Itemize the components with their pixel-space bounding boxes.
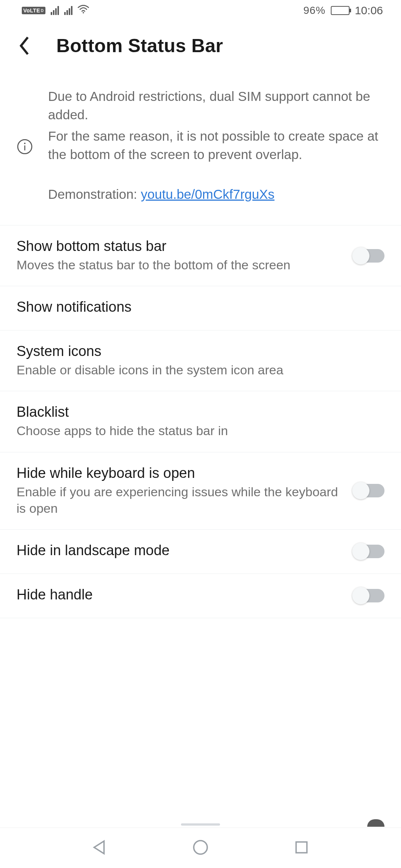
toggle-hide-keyboard[interactable] xyxy=(353,484,384,497)
page-title: Bottom Status Bar xyxy=(56,35,223,57)
nav-home-button[interactable] xyxy=(191,838,210,858)
circle-home-icon xyxy=(191,838,210,856)
header: Bottom Status Bar xyxy=(0,21,401,80)
battery-icon xyxy=(331,6,350,15)
battery-percent: 96% xyxy=(303,5,326,17)
setting-title: System icons xyxy=(17,343,384,359)
setting-subtitle: Enable or disable icons in the system ic… xyxy=(17,362,384,378)
toggle-hide-handle[interactable] xyxy=(353,589,384,602)
info-text: Due to Android restrictions, dual SIM su… xyxy=(48,87,384,206)
setting-blacklist[interactable]: Blacklist Choose apps to hide the status… xyxy=(0,391,401,452)
volte-icon: VoLTED xyxy=(22,7,45,14)
svg-point-0 xyxy=(83,12,84,14)
setting-title: Show bottom status bar xyxy=(17,238,345,254)
system-status-bar: VoLTED 96% 10:06 xyxy=(0,0,401,21)
cell-signal-1-icon xyxy=(51,6,59,15)
setting-show-notifications[interactable]: Show notifications xyxy=(0,286,401,330)
system-nav-bar xyxy=(0,827,401,868)
setting-subtitle: Choose apps to hide the status bar in xyxy=(17,422,384,439)
divider xyxy=(0,618,401,618)
setting-subtitle: Enable if you are experiencing issues wh… xyxy=(17,484,345,517)
status-right-cluster: 96% 10:06 xyxy=(303,4,383,17)
info-line-1: Due to Android restrictions, dual SIM su… xyxy=(48,87,384,124)
setting-title: Blacklist xyxy=(17,404,384,420)
info-line-2: For the same reason, it is not possible … xyxy=(48,127,384,164)
setting-subtitle: Moves the status bar to the bottom of th… xyxy=(17,257,345,273)
clock: 10:06 xyxy=(355,4,383,17)
demo-link[interactable]: youtu.be/0mCkf7rguXs xyxy=(141,187,274,201)
setting-hide-while-keyboard-open[interactable]: Hide while keyboard is open Enable if yo… xyxy=(0,452,401,529)
svg-rect-6 xyxy=(296,842,307,853)
setting-hide-landscape[interactable]: Hide in landscape mode xyxy=(0,530,401,574)
setting-system-icons[interactable]: System icons Enable or disable icons in … xyxy=(0,330,401,391)
setting-title: Hide handle xyxy=(17,587,345,603)
setting-title: Hide in landscape mode xyxy=(17,542,345,559)
info-icon xyxy=(17,138,33,155)
status-left-cluster: VoLTED xyxy=(22,5,89,17)
nav-recents-button[interactable] xyxy=(292,838,311,858)
nav-back-button[interactable] xyxy=(90,838,109,858)
chevron-left-icon xyxy=(17,36,32,56)
triangle-back-icon xyxy=(90,838,109,856)
toggle-show-bottom[interactable] xyxy=(353,249,384,263)
svg-marker-4 xyxy=(94,841,104,854)
setting-title: Show notifications xyxy=(17,299,384,315)
setting-title: Hide while keyboard is open xyxy=(17,465,345,481)
setting-show-bottom-status-bar[interactable]: Show bottom status bar Moves the status … xyxy=(0,225,401,286)
toggle-hide-landscape[interactable] xyxy=(353,545,384,558)
nav-handle xyxy=(181,823,220,826)
wifi-icon xyxy=(78,5,89,17)
setting-hide-handle[interactable]: Hide handle xyxy=(0,574,401,618)
svg-point-5 xyxy=(194,841,207,854)
back-button[interactable] xyxy=(15,35,34,57)
settings-list: Show bottom status bar Moves the status … xyxy=(0,225,401,827)
demo-label: Demonstration: xyxy=(48,187,141,201)
square-recents-icon xyxy=(292,838,311,856)
info-note: Due to Android restrictions, dual SIM su… xyxy=(0,80,401,225)
svg-point-3 xyxy=(24,143,26,144)
cell-signal-2-icon xyxy=(64,6,72,15)
